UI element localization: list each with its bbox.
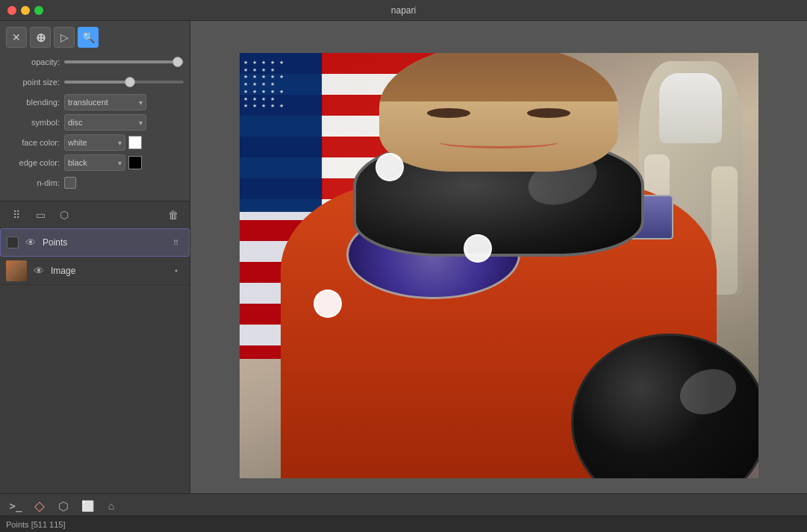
- edge-color-row: edge color: black ▾: [6, 154, 184, 171]
- main-content: ✕ ⊕ ▷ 🔍 opacity:: [0, 21, 807, 510]
- plugin-button[interactable]: ⬡: [54, 496, 73, 516]
- layer-color-dot: [7, 237, 19, 248]
- image-layer-thumbnail: [6, 260, 27, 281]
- chevron-down-icon: ▾: [118, 139, 122, 147]
- opacity-row: opacity:: [6, 54, 184, 70]
- edge-color-control: black ▾: [64, 154, 142, 171]
- edge-color-swatch[interactable]: [128, 156, 142, 169]
- bottom-section: >_ ◇ ⬡ ⬜ ⌂ Points [511 115]: [0, 493, 807, 532]
- symbol-dropdown[interactable]: disc ▾: [64, 114, 146, 131]
- status-bar: Points [511 115]: [0, 516, 807, 532]
- edge-color-dropdown[interactable]: black ▾: [64, 154, 125, 171]
- status-text: Points [511 115]: [6, 520, 66, 529]
- ndim-row: n-dim:: [6, 175, 184, 191]
- main-image: ★ ★ ★ ★ ★★ ★ ★ ★★ ★ ★ ★ ★★ ★ ★ ★★ ★ ★ ★ …: [240, 53, 758, 478]
- point-size-label: point size:: [6, 78, 64, 87]
- blending-row: blending: translucent ▾: [6, 94, 184, 110]
- shape-tool-button[interactable]: ▭: [30, 204, 51, 225]
- symbol-label: symbol:: [6, 118, 64, 127]
- left-panel: ✕ ⊕ ▷ 🔍 opacity:: [0, 21, 190, 510]
- image-layer-name: Image: [51, 266, 164, 276]
- minimize-button[interactable]: [21, 6, 30, 15]
- home-button[interactable]: ⌂: [102, 496, 121, 516]
- tool-toolbar: ✕ ⊕ ▷ 🔍: [6, 27, 184, 48]
- chevron-down-icon: ▾: [139, 119, 143, 127]
- titlebar: napari: [0, 0, 807, 21]
- layers-toolbar: ⠿ ▭ ⬡ 🗑: [0, 201, 190, 228]
- face-color-dropdown[interactable]: white ▾: [64, 134, 125, 151]
- opacity-label: opacity:: [6, 57, 64, 66]
- grid-view-button[interactable]: ⠿: [6, 204, 27, 225]
- image-container: ★ ★ ★ ★ ★★ ★ ★ ★★ ★ ★ ★ ★★ ★ ★ ★★ ★ ★ ★ …: [240, 53, 758, 478]
- close-button[interactable]: [7, 6, 16, 15]
- lasso-tool-button[interactable]: ⬡: [54, 204, 75, 225]
- visibility-toggle-image[interactable]: 👁: [31, 263, 46, 278]
- close-tool-button[interactable]: ✕: [6, 27, 27, 48]
- point-size-slider[interactable]: [64, 81, 184, 84]
- canvas-area[interactable]: ★ ★ ★ ★ ★★ ★ ★ ★★ ★ ★ ★ ★★ ★ ★ ★★ ★ ★ ★ …: [190, 21, 807, 510]
- screenshot-button[interactable]: ⬜: [78, 496, 97, 516]
- jupyter-button[interactable]: ◇: [30, 496, 49, 516]
- point-size-row: point size:: [6, 74, 184, 90]
- app-title: napari: [391, 5, 416, 16]
- visibility-toggle-points[interactable]: 👁: [23, 235, 38, 250]
- add-points-button[interactable]: ⊕: [30, 27, 51, 48]
- maximize-button[interactable]: [34, 6, 43, 15]
- opacity-slider[interactable]: [64, 60, 184, 63]
- chevron-down-icon: ▾: [139, 98, 143, 107]
- bottom-toolbar: >_ ◇ ⬡ ⬜ ⌂: [0, 494, 807, 518]
- terminal-button[interactable]: >_: [6, 496, 25, 516]
- delete-layer-button[interactable]: 🗑: [163, 204, 184, 225]
- symbol-row: symbol: disc ▾: [6, 114, 184, 131]
- layers-list: 👁 Points ⠿ 👁 Image ▪: [0, 228, 190, 510]
- layer-menu-points[interactable]: ⠿: [168, 235, 183, 250]
- ndim-label: n-dim:: [6, 178, 64, 187]
- face-element: [379, 53, 618, 172]
- controls-area: ✕ ⊕ ▷ 🔍 opacity:: [0, 21, 190, 201]
- blending-dropdown[interactable]: translucent ▾: [64, 94, 146, 110]
- ndim-checkbox[interactable]: [64, 177, 76, 189]
- points-layer-item[interactable]: 👁 Points ⠿: [0, 228, 190, 257]
- chevron-down-icon: ▾: [118, 159, 122, 167]
- face-color-control: white ▾: [64, 134, 142, 151]
- face-color-label: face color:: [6, 138, 64, 147]
- zoom-tool-button[interactable]: 🔍: [78, 27, 99, 48]
- window-controls: [7, 6, 43, 15]
- blending-label: blending:: [6, 98, 64, 107]
- face-color-row: face color: white ▾: [6, 134, 184, 151]
- image-layer-item[interactable]: 👁 Image ▪: [0, 257, 190, 285]
- edge-color-label: edge color:: [6, 158, 64, 167]
- layer-menu-image[interactable]: ▪: [169, 263, 184, 278]
- select-tool-button[interactable]: ▷: [54, 27, 75, 48]
- points-layer-name: Points: [43, 237, 163, 248]
- face-color-swatch[interactable]: [128, 136, 142, 149]
